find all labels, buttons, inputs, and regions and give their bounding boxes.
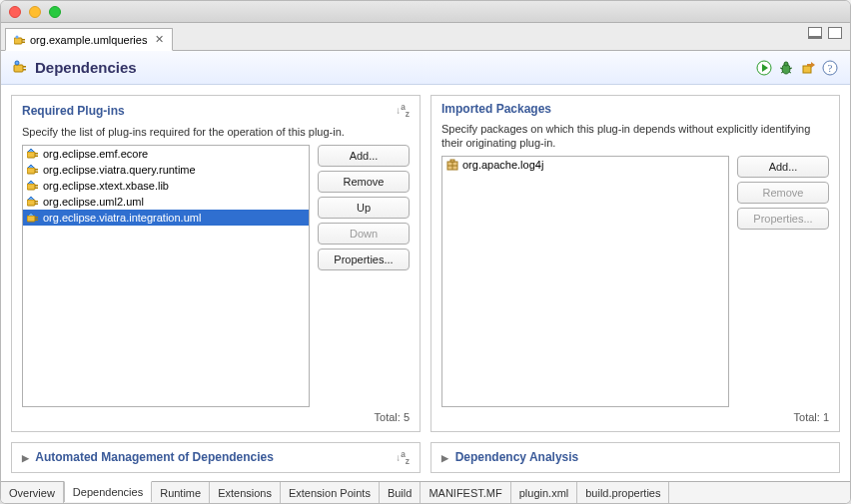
expand-icon: ▶ xyxy=(441,453,448,463)
svg-point-7 xyxy=(15,61,19,65)
plugin-icon xyxy=(27,197,39,207)
export-icon[interactable] xyxy=(800,60,816,76)
svg-rect-31 xyxy=(35,201,38,203)
svg-rect-23 xyxy=(35,156,38,158)
plugin-icon xyxy=(27,213,39,223)
required-plugins-section: Required Plug-ins ↓az Specify the list o… xyxy=(11,95,421,432)
bottom-tab[interactable]: plugin.xml xyxy=(511,482,578,503)
svg-rect-29 xyxy=(35,188,38,190)
list-item-label: org.eclipse.xtext.xbase.lib xyxy=(43,180,169,192)
bottom-tab[interactable]: Extension Points xyxy=(281,482,380,503)
svg-rect-4 xyxy=(14,65,23,72)
imported-total: Total: 1 xyxy=(441,407,829,423)
svg-line-13 xyxy=(781,72,783,73)
sort-icon[interactable]: ↓az xyxy=(396,102,410,119)
svg-rect-33 xyxy=(27,216,35,222)
editor-content: Dependencies ? Required Plug-ins ↓az Spe… xyxy=(1,51,850,503)
bottom-tab[interactable]: Build xyxy=(380,482,421,503)
svg-rect-27 xyxy=(27,184,35,190)
titlebar xyxy=(1,1,850,23)
svg-rect-32 xyxy=(35,204,38,206)
imported-packages-desc: Specify packages on which this plug-in d… xyxy=(441,120,829,156)
list-item[interactable]: org.eclipse.emf.ecore xyxy=(23,146,309,162)
svg-rect-25 xyxy=(35,169,38,171)
list-item[interactable]: org.eclipse.uml2.uml xyxy=(23,194,309,210)
required-total: Total: 5 xyxy=(22,407,410,423)
maximize-view-icon[interactable] xyxy=(828,27,842,39)
required-plugins-list[interactable]: org.eclipse.emf.ecoreorg.eclipse.viatra.… xyxy=(22,145,310,406)
plugin-icon xyxy=(27,181,39,191)
svg-rect-16 xyxy=(803,66,811,73)
svg-rect-1 xyxy=(22,39,25,41)
svg-rect-26 xyxy=(35,172,38,174)
add-button[interactable]: Add... xyxy=(737,156,829,178)
list-item[interactable]: org.apache.log4j xyxy=(442,157,728,173)
plugin-icon xyxy=(14,35,26,45)
automated-dependencies-title: Automated Management of Dependencies xyxy=(35,450,274,464)
svg-rect-2 xyxy=(22,41,25,43)
minimize-view-icon[interactable] xyxy=(808,27,822,39)
list-item[interactable]: org.eclipse.viatra.query.runtime xyxy=(23,162,309,178)
list-item-label: org.eclipse.uml2.uml xyxy=(43,196,144,208)
run-icon[interactable] xyxy=(756,60,772,76)
page-title: Dependencies xyxy=(35,59,137,76)
list-item[interactable]: org.eclipse.viatra.integration.uml xyxy=(23,210,309,226)
plugin-icon xyxy=(27,165,39,175)
expand-icon: ▶ xyxy=(22,453,29,463)
list-item-label: org.apache.log4j xyxy=(462,159,543,171)
list-item[interactable]: org.eclipse.xtext.xbase.lib xyxy=(23,178,309,194)
lower-sections: ▶ Automated Management of Dependencies ↓… xyxy=(1,442,850,481)
dependency-analysis-title: Dependency Analysis xyxy=(455,450,579,464)
bottom-tab[interactable]: Dependencies xyxy=(64,481,152,502)
editor-tab-label: org.example.umlqueries xyxy=(30,34,147,46)
bottom-tab[interactable]: Overview xyxy=(1,482,64,503)
bottom-tab[interactable]: MANIFEST.MF xyxy=(421,482,510,503)
imported-packages-title: Imported Packages xyxy=(441,102,551,116)
required-plugins-desc: Specify the list of plug-ins required fo… xyxy=(22,123,410,145)
svg-rect-6 xyxy=(23,69,26,71)
dependency-analysis-section[interactable]: ▶ Dependency Analysis xyxy=(430,442,840,473)
imported-packages-list[interactable]: org.apache.log4j xyxy=(441,156,729,407)
down-button[interactable]: Down xyxy=(318,223,410,245)
bottom-tabs: OverviewDependenciesRuntimeExtensionsExt… xyxy=(1,481,850,503)
body: Required Plug-ins ↓az Specify the list o… xyxy=(1,85,850,442)
editor-tab[interactable]: org.example.umlqueries ✕ xyxy=(5,28,173,51)
automated-dependencies-section[interactable]: ▶ Automated Management of Dependencies ↓… xyxy=(11,442,421,473)
svg-point-15 xyxy=(784,62,788,66)
plugin-icon xyxy=(27,149,39,159)
window-close-button[interactable] xyxy=(9,6,21,18)
bottom-tab[interactable]: build.properties xyxy=(577,482,669,503)
list-item-label: org.eclipse.viatra.integration.uml xyxy=(43,212,201,224)
remove-button[interactable]: Remove xyxy=(737,182,829,204)
window: org.example.umlqueries ✕ Dependencies ? xyxy=(0,0,851,504)
properties-button[interactable]: Properties... xyxy=(737,208,829,230)
required-plugins-title: Required Plug-ins xyxy=(22,104,125,118)
editor-tabbar: org.example.umlqueries ✕ xyxy=(1,23,850,51)
svg-rect-30 xyxy=(27,200,35,206)
svg-rect-34 xyxy=(35,217,38,219)
svg-line-14 xyxy=(789,72,791,73)
add-button[interactable]: Add... xyxy=(318,145,410,167)
imported-packages-section: Imported Packages Specify packages on wh… xyxy=(430,95,840,432)
svg-rect-21 xyxy=(27,152,35,158)
remove-button[interactable]: Remove xyxy=(318,171,410,193)
svg-point-3 xyxy=(16,35,19,38)
svg-rect-28 xyxy=(35,185,38,187)
sort-icon[interactable]: ↓az xyxy=(396,449,410,466)
help-icon[interactable]: ? xyxy=(822,60,838,76)
svg-rect-35 xyxy=(35,220,38,222)
svg-rect-5 xyxy=(23,66,26,68)
bottom-tab[interactable]: Runtime xyxy=(152,482,210,503)
svg-rect-0 xyxy=(14,38,22,44)
debug-icon[interactable] xyxy=(778,60,794,76)
list-item-label: org.eclipse.emf.ecore xyxy=(43,148,148,160)
bottom-tab[interactable]: Extensions xyxy=(210,482,281,503)
close-tab-icon[interactable]: ✕ xyxy=(155,33,164,46)
svg-rect-22 xyxy=(35,153,38,155)
window-minimize-button[interactable] xyxy=(29,6,41,18)
window-zoom-button[interactable] xyxy=(49,6,61,18)
dependencies-icon xyxy=(13,60,29,76)
up-button[interactable]: Up xyxy=(318,197,410,219)
properties-button[interactable]: Properties... xyxy=(318,249,410,270)
package-icon xyxy=(446,159,458,171)
